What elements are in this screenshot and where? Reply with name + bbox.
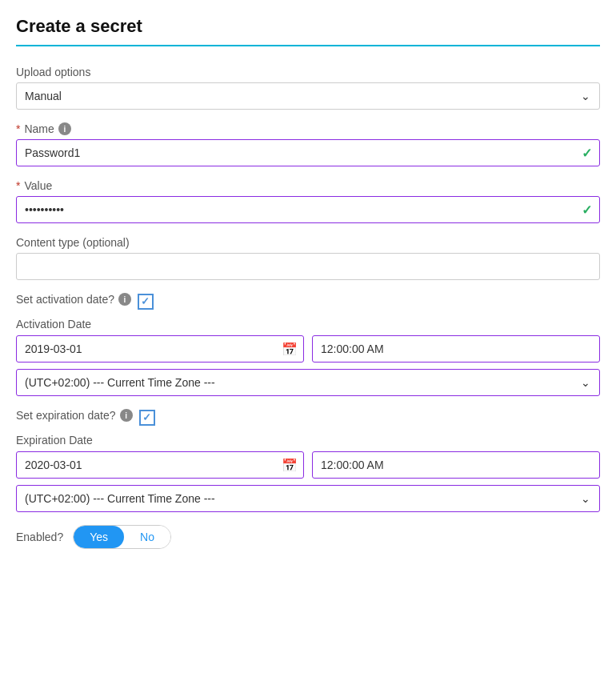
activation-label-text: Set activation date? (16, 293, 114, 306)
enabled-toggle-group: Yes No (73, 525, 171, 549)
content-type-group: Content type (optional) (16, 236, 600, 280)
value-label-text: Value (24, 179, 52, 192)
value-input-wrapper: ✓ (16, 196, 600, 223)
name-label-text: Name (24, 122, 54, 135)
expiration-date-row: 📅 (16, 451, 600, 479)
content-type-label: Content type (optional) (16, 236, 600, 249)
expiration-date-input[interactable] (16, 451, 304, 479)
expiration-date-input-wrapper: 📅 (16, 451, 304, 479)
enabled-row: Enabled? Yes No (16, 525, 600, 549)
name-info-icon[interactable]: i (58, 122, 71, 135)
activation-info-icon[interactable]: i (118, 293, 131, 306)
activation-date-row: 📅 (16, 335, 600, 363)
expiration-info-icon[interactable]: i (120, 409, 133, 422)
value-required-star: * (16, 179, 20, 192)
name-field-label: * Name i (16, 122, 600, 135)
value-field-label: * Value (16, 179, 600, 192)
value-input[interactable] (16, 196, 600, 223)
activation-date-group: Set activation date? i Activation Date 📅… (16, 293, 600, 396)
name-valid-icon: ✓ (582, 146, 592, 161)
expiration-section-label: Expiration Date (16, 434, 600, 447)
activation-date-input-wrapper: 📅 (16, 335, 304, 363)
expiration-timezone-select[interactable]: (UTC+02:00) --- Current Time Zone --- (16, 485, 600, 512)
upload-options-label: Upload options (16, 66, 600, 78)
create-secret-form: Upload options Manual Azure DevOps From … (16, 51, 600, 549)
activation-checkbox-label: Set activation date? i (16, 293, 131, 306)
upload-options-group: Upload options Manual Azure DevOps From … (16, 66, 600, 110)
activation-timezone-select[interactable]: (UTC+02:00) --- Current Time Zone --- (16, 369, 600, 396)
expiration-label-text: Set expiration date? (16, 409, 116, 422)
enabled-yes-button[interactable]: Yes (74, 526, 124, 548)
enabled-label: Enabled? (16, 531, 63, 543)
name-input-wrapper: ✓ (16, 139, 600, 166)
upload-options-select-wrapper: Manual Azure DevOps From file ⌄ (16, 82, 600, 110)
name-field-group: * Name i ✓ (16, 122, 600, 166)
expiration-date-group: Set expiration date? i Expiration Date 📅… (16, 409, 600, 512)
expiration-timezone-wrapper: (UTC+02:00) --- Current Time Zone --- ⌄ (16, 485, 600, 512)
activation-time-input[interactable] (312, 335, 600, 363)
content-type-input[interactable] (16, 253, 600, 280)
content-type-input-wrapper (16, 253, 600, 280)
enabled-no-button[interactable]: No (124, 526, 170, 548)
upload-options-select[interactable]: Manual Azure DevOps From file (16, 82, 600, 110)
expiration-date-checkbox[interactable] (139, 410, 155, 426)
expiration-checkbox-label: Set expiration date? i (16, 409, 133, 422)
activation-checkbox-row: Set activation date? i (16, 293, 600, 310)
name-required-star: * (16, 122, 20, 135)
value-field-group: * Value ✓ (16, 179, 600, 223)
activation-section-label: Activation Date (16, 318, 600, 330)
page-title: Create a secret (16, 16, 600, 46)
activation-date-checkbox[interactable] (138, 294, 154, 310)
activation-timezone-wrapper: (UTC+02:00) --- Current Time Zone --- ⌄ (16, 369, 600, 396)
name-input[interactable] (16, 139, 600, 166)
expiration-time-input[interactable] (312, 451, 600, 479)
activation-date-input[interactable] (16, 335, 304, 363)
value-valid-icon: ✓ (582, 202, 592, 218)
expiration-checkbox-row: Set expiration date? i (16, 409, 600, 426)
